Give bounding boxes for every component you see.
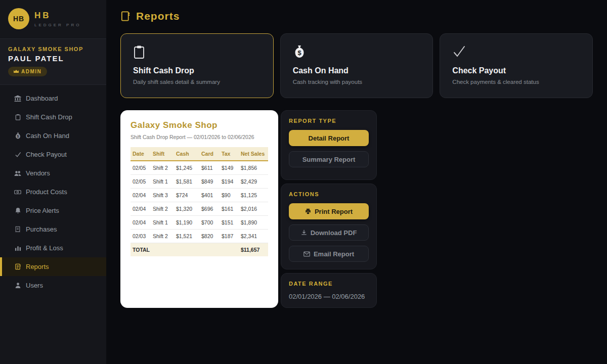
cell-shift: Shift 1 [151, 175, 174, 189]
card-cash-on-hand[interactable]: $ Cash On Hand Cash tracking with payout… [280, 33, 433, 98]
print-report-button[interactable]: Print Report [289, 203, 369, 219]
actions-panel: ACTIONS Print Report Download PDF Email … [281, 184, 377, 269]
sidebar-item-label: Profit & Loss [26, 244, 63, 252]
download-pdf-button[interactable]: Download PDF [289, 224, 369, 241]
bar-chart-icon [14, 245, 21, 252]
cell-shift: Shift 2 [151, 202, 174, 216]
profile-user-name: PAUL PATEL [8, 54, 98, 63]
receipt-icon [14, 226, 21, 233]
col-cash: Cash [174, 147, 199, 161]
cell-cash: $724 [174, 189, 199, 202]
sidebar-item-label: Vendors [26, 169, 50, 177]
page-header: Reports [120, 10, 593, 22]
total-label: TOTAL [131, 243, 239, 257]
sidebar-item-reports[interactable]: Reports [0, 257, 106, 276]
sidebar-item-label: Users [26, 282, 43, 289]
detail-report-label: Detail Report [309, 134, 350, 142]
table-header-row: Date Shift Cash Card Tax Net Sales [131, 147, 268, 161]
report-type-cards: Shift Cash Drop Daily shift sales detail… [120, 33, 593, 98]
sidebar-item-profit-loss[interactable]: Profit & Loss [0, 239, 106, 257]
sidebar-item-label: Shift Cash Drop [26, 113, 72, 121]
sidebar-item-purchases[interactable]: Purchases [0, 220, 106, 239]
svg-text:$: $ [297, 49, 301, 57]
sidebar-item-label: Check Payout [26, 151, 67, 158]
cell-shift: Shift 2 [151, 230, 174, 243]
summary-report-label: Summary Report [302, 156, 356, 163]
email-icon [304, 251, 310, 257]
date-range-header: DATE RANGE [289, 281, 369, 287]
sidebar-item-cash-on-hand[interactable]: $ Cash On Hand [0, 126, 106, 145]
preview-subtitle: Shift Cash Drop Report — 02/01/2026 to 0… [131, 134, 268, 140]
check-icon [452, 45, 580, 60]
brand-logo-circle: HB [8, 8, 29, 29]
detail-report-button[interactable]: Detail Report [289, 130, 369, 146]
cell-net: $2,429 [239, 175, 268, 189]
report-type-header: REPORT TYPE [289, 118, 369, 124]
card-title: Check Payout [452, 66, 580, 75]
sidebar-item-label: Dashboard [26, 95, 58, 102]
cell-shift: Shift 3 [151, 189, 174, 202]
user-icon [14, 282, 21, 289]
report-controls: REPORT TYPE Detail Report Summary Report… [281, 110, 377, 308]
cell-net: $1,856 [239, 161, 268, 175]
cell-date: 02/04 [131, 189, 151, 202]
cell-shift: Shift 2 [151, 161, 174, 175]
download-pdf-label: Download PDF [311, 229, 357, 237]
profile-shop-name: GALAXY SMOKE SHOP [8, 46, 98, 52]
cell-shift: Shift 1 [151, 216, 174, 230]
cell-date: 02/03 [131, 230, 151, 243]
col-net-sales: Net Sales [239, 147, 268, 161]
actions-header: ACTIONS [289, 191, 369, 197]
report-body: Galaxy Smoke Shop Shift Cash Drop Report… [120, 110, 593, 308]
cell-cash: $1,521 [174, 230, 199, 243]
cell-cash: $1,581 [174, 175, 199, 189]
sidebar-item-price-alerts[interactable]: Price Alerts [0, 201, 106, 220]
sidebar-item-label: Cash On Hand [26, 132, 69, 140]
sidebar: HB HB LEDGER PRO GALAXY SMOKE SHOP PAUL … [0, 0, 106, 364]
table-row: 02/05Shift 1$1,581$849$194$2,429 [131, 175, 268, 189]
card-check-payout[interactable]: Check Payout Check payments & cleared st… [440, 33, 593, 98]
brand-tagline: LEDGER PRO [34, 23, 81, 27]
card-subtitle: Daily shift sales detail & summary [133, 79, 261, 85]
sidebar-item-label: Reports [26, 263, 49, 270]
admin-role-label: ADMIN [21, 69, 41, 74]
admin-role-badge: ADMIN [8, 67, 47, 76]
cell-tax: $187 [220, 230, 239, 243]
email-report-label: Email Report [314, 250, 354, 258]
sidebar-nav: Dashboard Shift Cash Drop $ Cash On Hand… [0, 85, 106, 295]
preview-shop-name: Galaxy Smoke Shop [131, 120, 268, 130]
sidebar-item-vendors[interactable]: Vendors [0, 164, 106, 183]
sidebar-item-shift-cash-drop[interactable]: Shift Cash Drop [0, 108, 106, 126]
table-row: 02/03Shift 2$1,521$820$187$2,341 [131, 230, 268, 243]
bank-icon [14, 95, 21, 102]
sidebar-item-check-payout[interactable]: Check Payout [0, 145, 106, 164]
col-card: Card [199, 147, 220, 161]
cell-card: $611 [199, 161, 220, 175]
cell-card: $820 [199, 230, 220, 243]
cell-date: 02/04 [131, 202, 151, 216]
card-title: Cash On Hand [293, 66, 421, 75]
cell-net: $2,341 [239, 230, 268, 243]
check-icon [14, 151, 21, 158]
sidebar-item-label: Product Costs [26, 188, 67, 196]
cell-date: 02/05 [131, 161, 151, 175]
profile-block: GALAXY SMOKE SHOP PAUL PATEL ADMIN [0, 39, 106, 85]
cell-tax: $194 [220, 175, 239, 189]
brand-name: HB [34, 11, 81, 21]
table-row: 02/04Shift 2$1,320$696$161$2,016 [131, 202, 268, 216]
cell-card: $849 [199, 175, 220, 189]
table-row: 02/04Shift 3$724$401$90$1,125 [131, 189, 268, 202]
summary-report-button[interactable]: Summary Report [289, 151, 369, 167]
email-report-button[interactable]: Email Report [289, 246, 369, 262]
report-icon [14, 263, 21, 270]
sidebar-item-users[interactable]: Users [0, 276, 106, 295]
col-date: Date [131, 147, 151, 161]
report-preview: Galaxy Smoke Shop Shift Cash Drop Report… [120, 110, 278, 308]
cell-cash: $1,245 [174, 161, 199, 175]
sidebar-item-product-costs[interactable]: Product Costs [0, 183, 106, 201]
page-title: Reports [136, 10, 180, 22]
print-report-label: Print Report [315, 208, 353, 215]
date-range-panel: DATE RANGE 02/01/2026 — 02/06/2026 [281, 273, 377, 308]
sidebar-item-dashboard[interactable]: Dashboard [0, 89, 106, 108]
card-shift-cash-drop[interactable]: Shift Cash Drop Daily shift sales detail… [120, 33, 274, 98]
